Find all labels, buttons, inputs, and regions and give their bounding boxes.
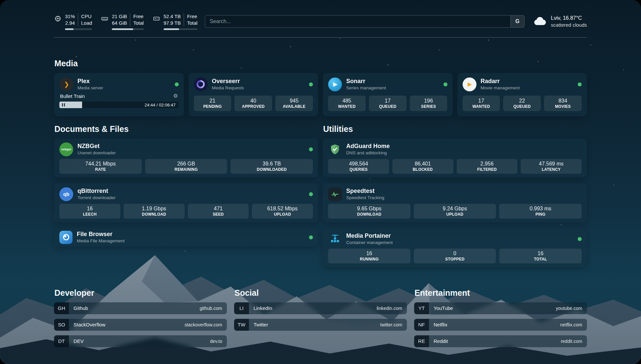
stat-value: 40: [236, 98, 271, 104]
stat-box: 1.19 Gbps DOWNLOAD: [124, 204, 185, 219]
stat-value: 9.65 Gbps: [329, 205, 409, 212]
memory-free-label: Free: [133, 13, 144, 20]
memory-icon: [101, 13, 108, 24]
app-card-speedtest[interactable]: Speedtest Speedtest Tracking 9.65 Gbps D…: [323, 183, 587, 222]
stat-label: QUEUED: [504, 104, 539, 109]
memory-widget: 21 GiB 64 GiB Free Total: [101, 13, 144, 30]
bookmark-github[interactable]: GH Github github.com: [54, 302, 227, 314]
stat-box: 39.6 TB DOWNLOADED: [230, 159, 313, 174]
app-card-adguard[interactable]: AdGuard Home DNS and adblocking 498,564 …: [323, 138, 587, 177]
app-card-qbittorrent[interactable]: qb qBittorrent Torrent downloader 16 LEE…: [54, 183, 318, 222]
stat-value: 2,956: [458, 161, 516, 167]
stat-label: UPLOAD: [415, 212, 495, 217]
cpu-load-value: 2.94: [65, 20, 75, 26]
bookmark-name: Reddit: [434, 338, 448, 344]
pause-icon[interactable]: [62, 103, 65, 106]
disk-progress-bar: [164, 28, 198, 30]
app-name: Overseerr: [212, 77, 305, 85]
search-engine-button[interactable]: G: [510, 15, 524, 27]
app-card-plex[interactable]: ❯ Plex Media server Bullet Train ⚙: [54, 73, 184, 116]
disk-widget: 52.4 TB 97.9 TB Free Total: [153, 13, 198, 30]
overseerr-icon: [194, 77, 208, 91]
app-name: NZBGet: [77, 142, 305, 150]
stat-value: 17: [464, 98, 499, 104]
app-name: Plex: [77, 77, 170, 85]
status-dot: [309, 147, 313, 151]
playback-progress-bar[interactable]: 24:44 / 02:06:47: [59, 102, 179, 108]
stat-box: 17 QUEUED: [369, 96, 407, 111]
cpu-progress-bar: [65, 28, 92, 30]
stat-value: 485: [329, 98, 364, 104]
stat-value: 471: [189, 205, 248, 212]
stat-label: DOWNLOAD: [329, 212, 409, 217]
app-description: Movie management: [481, 85, 574, 91]
app-name: Speedtest: [346, 187, 582, 195]
stat-box: 945 AVAILABLE: [275, 96, 313, 111]
stat-box: 21 PENDING: [194, 96, 231, 111]
disk-progress-fill: [164, 28, 179, 30]
stat-value: 1.19 Gbps: [125, 205, 183, 212]
adguard-icon: [328, 142, 342, 156]
filebrowser-icon: [59, 231, 73, 244]
bookmark-url: dev.to: [210, 339, 222, 344]
app-description: Torrent downloader: [77, 195, 305, 201]
app-card-radarr[interactable]: ▶ Radarr Movie management 17 WANTED: [457, 73, 587, 116]
stat-box: 2,956 FILTERED: [457, 159, 518, 174]
stat-value: 9.24 Gbps: [415, 205, 495, 212]
stat-label: SEED: [189, 212, 248, 217]
cpu-load-label: Load: [81, 20, 92, 26]
bookmark-url: github.com: [200, 306, 222, 311]
disk-total-value: 97.9 TB: [164, 20, 181, 26]
stat-value: 22: [504, 98, 539, 104]
stat-box: 196 SERIES: [410, 96, 447, 111]
stat-box: 16 RUNNING: [328, 249, 411, 263]
app-card-sonarr[interactable]: ▶ Sonarr Series management 485 WANTED: [323, 73, 453, 116]
section-title-social: Social: [234, 288, 407, 298]
bookmark-url: stackoverflow.com: [185, 322, 222, 327]
cloud-icon: [533, 16, 547, 27]
app-card-filebrowser[interactable]: File Browser Media File Management: [54, 228, 318, 247]
bookmark-name: Github: [74, 305, 88, 311]
bookmark-youtube[interactable]: YT YouTube youtube.com: [414, 302, 587, 314]
stat-label: APPROVED: [236, 104, 271, 109]
bookmark-url: twitter.com: [380, 322, 402, 327]
app-card-portainer[interactable]: Media Portainer Container management 16 …: [323, 228, 587, 267]
app-card-nzbget[interactable]: nzbget NZBGet Usenet downloader 744.21 M…: [54, 138, 318, 177]
stat-label: RUNNING: [329, 257, 409, 262]
gear-icon[interactable]: ⚙: [173, 93, 178, 99]
search-input[interactable]: [205, 15, 510, 27]
app-description: Container management: [346, 240, 573, 246]
memory-progress-fill: [112, 28, 133, 30]
section-title-entertainment: Entertainment: [414, 288, 587, 298]
app-description: Media server: [77, 85, 170, 91]
topbar-divider: [54, 37, 587, 38]
bookmark-url: youtube.com: [556, 306, 582, 311]
bookmark-abbr: TW: [234, 319, 249, 331]
status-dot: [578, 82, 582, 86]
bookmark-stackoverflow[interactable]: SO StackOverflow stackoverflow.com: [54, 319, 227, 331]
stat-label: MOVIES: [545, 104, 580, 109]
disk-icon: [153, 13, 160, 24]
stat-box: 471 SEED: [188, 204, 249, 219]
disk-free-label: Free: [187, 13, 198, 20]
stat-label: LATENCY: [522, 167, 580, 172]
bookmark-url: reddit.com: [561, 339, 582, 344]
bookmark-linkedin[interactable]: LI LinkedIn linkedin.com: [234, 302, 407, 314]
bookmark-twitter[interactable]: TW Twitter twitter.com: [234, 319, 407, 331]
stat-value: 17: [370, 98, 405, 104]
app-card-overseerr[interactable]: Overseerr Media Requests 21 PENDING 40 A…: [189, 73, 319, 116]
snow-specks: [0, 0, 1, 1]
stat-box: 834 MOVIES: [544, 96, 582, 111]
stat-box: 40 APPROVED: [234, 96, 272, 111]
bookmark-reddit[interactable]: RE Reddit reddit.com: [414, 335, 587, 347]
stat-label: RATE: [61, 167, 140, 172]
sonarr-icon: ▶: [328, 77, 342, 91]
section-title-documents: Documents & Files: [54, 124, 318, 134]
bookmark-netflix[interactable]: NF Netflix netflix.com: [414, 319, 587, 331]
stat-box: 16 LEECH: [59, 204, 120, 219]
section-title-media: Media: [54, 59, 587, 68]
memory-total-value: 64 GiB: [112, 20, 127, 26]
bookmark-dev[interactable]: DT DEV dev.to: [54, 335, 227, 347]
status-dot: [175, 82, 179, 86]
bookmark-url: netflix.com: [560, 322, 582, 327]
